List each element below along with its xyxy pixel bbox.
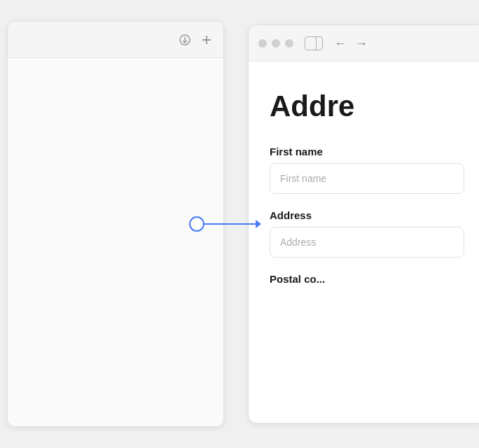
page-title: Addre xyxy=(270,90,464,123)
arrow-line xyxy=(204,223,261,225)
right-toolbar: ← → xyxy=(249,25,479,62)
traffic-lights xyxy=(258,39,293,48)
right-browser-window: ← → Addre First name Address Postal co..… xyxy=(248,24,479,424)
address-label: Address xyxy=(270,209,464,221)
forward-arrow-icon[interactable]: → xyxy=(355,37,368,50)
address-group: Address xyxy=(270,209,464,258)
traffic-dot-3 xyxy=(285,39,293,48)
sidebar-toggle-button[interactable] xyxy=(305,36,323,50)
address-input[interactable] xyxy=(270,227,464,258)
main-container: ← → Addre First name Address Postal co..… xyxy=(0,0,479,448)
download-icon[interactable] xyxy=(179,34,191,46)
first-name-label: First name xyxy=(270,146,464,158)
traffic-dot-2 xyxy=(272,39,280,48)
postal-group: Postal co... xyxy=(270,273,464,285)
left-toolbar xyxy=(8,22,223,58)
nav-arrows: ← → xyxy=(334,37,368,50)
first-name-group: First name xyxy=(270,146,464,194)
sidebar-inner-icon xyxy=(311,37,317,50)
first-name-input[interactable] xyxy=(270,163,464,194)
traffic-dot-1 xyxy=(258,39,267,48)
arrow-connector xyxy=(189,216,261,232)
left-content-area xyxy=(8,58,223,426)
add-tab-icon[interactable] xyxy=(201,34,212,46)
back-arrow-icon[interactable]: ← xyxy=(334,37,347,50)
arrow-start-circle xyxy=(189,216,204,232)
postal-label: Postal co... xyxy=(270,273,464,285)
right-content-area: Addre First name Address Postal co... xyxy=(249,62,479,423)
